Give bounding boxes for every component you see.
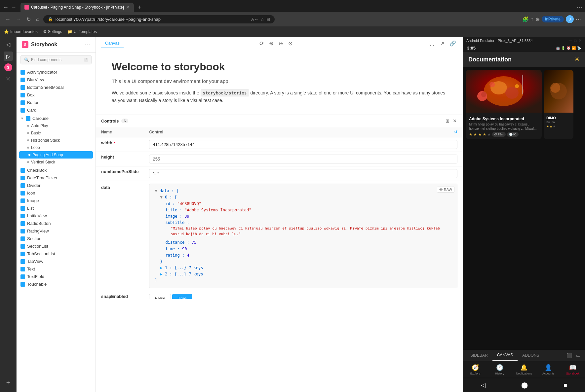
panel-contract-icon[interactable]: ▭ <box>574 351 582 360</box>
browser-forward-btn[interactable]: → <box>11 4 17 11</box>
sidebar-item-ratingview[interactable]: RatingView <box>17 227 96 235</box>
link-icon[interactable]: 🔗 <box>448 39 457 48</box>
new-tab-btn[interactable]: + <box>135 4 144 11</box>
sync-icon[interactable]: ⟳ <box>258 39 265 48</box>
forward-btn[interactable]: → <box>15 15 22 23</box>
search-input[interactable]: 🔍 Find components / <box>20 55 92 64</box>
fav-import[interactable]: ⭐ Import favorites <box>4 29 38 34</box>
snapenabled-true-btn[interactable]: True <box>172 294 192 299</box>
sidebar-item-sectionlist[interactable]: SectionList <box>17 242 96 250</box>
snapenabled-false-btn[interactable]: False <box>149 294 171 299</box>
sidebar-item-tabview[interactable]: TabView <box>17 258 96 265</box>
fullscreen-icon[interactable]: ⛶ <box>428 39 436 48</box>
sidebar-item-loop[interactable]: Loop <box>17 144 96 151</box>
tab-explore[interactable]: 🧭 Explore <box>463 361 488 378</box>
sidebar-expand-btn[interactable]: ▷ <box>4 52 13 61</box>
control-height-input[interactable] <box>149 155 457 163</box>
collections-icon[interactable]: ⊕ <box>535 16 540 22</box>
em-close-btn[interactable]: ✕ <box>578 38 582 43</box>
panel-tab-canvas[interactable]: CANVAS <box>492 350 518 361</box>
sidebar-item-horizontalstack[interactable]: Horizontal Stack <box>17 137 96 144</box>
raw-btn[interactable]: 👁 RAW <box>437 187 454 193</box>
reading-list-icon[interactable]: ⊞ <box>266 17 270 22</box>
android-home-btn[interactable]: ⬤ <box>521 381 528 389</box>
zoom-reset-icon[interactable]: ⊙ <box>287 39 294 48</box>
browser-back-btn[interactable]: ← <box>3 4 9 11</box>
sidebar-item-verticalstack[interactable]: Vertical Stack <box>17 159 96 166</box>
em-min-btn[interactable]: ─ <box>569 38 572 43</box>
sidebar-item-bottomsheetmodal[interactable]: BottomSheetModal <box>17 84 96 91</box>
collapse-icon[interactable]: ▼ <box>155 189 157 193</box>
browser-settings-icon[interactable]: ⋯ <box>576 16 581 22</box>
control-width-input[interactable] <box>149 140 457 149</box>
sidebar-item-radiobutton[interactable]: RadioButton <box>17 220 96 227</box>
sidebar-item-divider[interactable]: Divider <box>17 182 96 189</box>
expand-icon[interactable]: ▶ <box>160 266 162 270</box>
home-btn[interactable]: ⌂ <box>35 15 41 23</box>
em-max-btn[interactable]: □ <box>574 38 576 43</box>
address-bar[interactable]: 🔒 localhost:7007/?path=/story/carousel--… <box>43 15 275 23</box>
inprivate-btn[interactable]: InPrivate <box>542 16 564 22</box>
fav-settings[interactable]: ⚙ Settings <box>43 29 62 34</box>
new-item-btn[interactable]: + <box>6 379 10 387</box>
external-link-icon[interactable]: ↗ <box>439 39 446 48</box>
sidebar-item-textfield[interactable]: TextField <box>17 273 96 280</box>
zoom-in-icon[interactable]: ⊕ <box>268 39 275 48</box>
sidebar-item-tabsectionlist[interactable]: TabSectionList <box>17 250 96 258</box>
sidebar-item-section[interactable]: Section <box>17 235 96 242</box>
sidebar-item-card[interactable]: Card <box>17 106 96 114</box>
panel-tab-addons[interactable]: ADDONS <box>518 350 544 360</box>
sidebar-item-box[interactable]: Box <box>17 91 96 99</box>
panel-tab-sidebar[interactable]: SIDEBAR <box>466 350 492 360</box>
android-back-btn[interactable]: ◁ <box>481 381 486 389</box>
sidebar-group-carousel-header[interactable]: ▼ Carousel <box>17 115 96 122</box>
control-numitemsperslide-input[interactable] <box>149 169 457 178</box>
tab-canvas[interactable]: Canvas <box>101 39 124 48</box>
sun-icon[interactable]: ☀ <box>574 56 580 63</box>
back-btn[interactable]: ← <box>4 15 12 23</box>
sb-close-btn[interactable]: ✕ <box>4 74 12 84</box>
profile-avatar[interactable]: J <box>566 15 574 23</box>
share-icon[interactable]: ↑ <box>531 16 533 22</box>
tab-accounts[interactable]: 👤 Accounts <box>536 361 561 378</box>
sidebar-item-icon[interactable]: Icon <box>17 189 96 197</box>
tab-history[interactable]: 🕐 History <box>488 361 512 378</box>
sidebar-item-blurview[interactable]: BlurView <box>17 76 96 84</box>
refresh-btn[interactable]: ↻ <box>25 15 32 24</box>
browser-more-btn[interactable]: ⋯ <box>576 4 582 11</box>
sidebar-item-touchable[interactable]: Touchable <box>17 280 96 288</box>
component-icon <box>20 244 25 249</box>
canvas-scroll-area[interactable]: Welcome to storybook This is a UI compon… <box>96 50 463 392</box>
sb-more-btn[interactable]: ⋯ <box>84 41 90 48</box>
sidebar-item-lottieview[interactable]: LottieView <box>17 212 96 220</box>
controls-scroll[interactable]: Name Control ↺ <box>96 127 463 299</box>
translate-icon[interactable]: A↔ <box>251 17 258 22</box>
component-icon <box>20 70 25 75</box>
extensions-icon[interactable]: 🧩 <box>522 16 529 22</box>
grid-view-icon[interactable]: ⊞ <box>445 118 450 124</box>
sidebar-item-text[interactable]: Text <box>17 265 96 273</box>
panel-expand-icon[interactable]: ⬛ <box>565 351 574 360</box>
sidebar-item-datetimepicker[interactable]: DateTimePicker <box>17 174 96 182</box>
sidebar-item-image[interactable]: Image <box>17 197 96 204</box>
sidebar-item-basic[interactable]: Basic <box>17 129 96 137</box>
sidebar-item-list[interactable]: List <box>17 204 96 212</box>
close-controls-icon[interactable]: ✕ <box>452 118 457 124</box>
tab-storybook[interactable]: 📖 Storybook <box>561 361 585 378</box>
browser-tab-active[interactable]: Carousel - Paging And Snap - Storybook -… <box>20 3 134 12</box>
favorites-icon[interactable]: ☆ <box>260 17 264 22</box>
reset-controls-btn[interactable]: ↺ <box>454 130 457 134</box>
sidebar-item-button[interactable]: Button <box>17 99 96 106</box>
android-recents-btn[interactable]: ■ <box>564 382 567 389</box>
tab-close-btn[interactable]: ✕ <box>126 5 130 10</box>
collapse-icon[interactable]: ▼ <box>160 195 162 199</box>
sidebar-item-autoplay[interactable]: Auto Play <box>17 122 96 129</box>
expand-icon[interactable]: ▶ <box>160 272 162 276</box>
sidebar-collapse-btn[interactable]: ◁ <box>4 40 13 49</box>
sidebar-item-activityindicator[interactable]: ActivityIndicator <box>17 68 96 76</box>
zoom-out-icon[interactable]: ⊖ <box>277 39 284 48</box>
sidebar-item-checkbox[interactable]: CheckBox <box>17 166 96 174</box>
fav-ui-templates[interactable]: 📁 UI Templates <box>67 29 97 34</box>
tab-notifications[interactable]: 🔔 Notifications <box>512 361 536 378</box>
sidebar-item-pagingandsnap[interactable]: Paging And Snap <box>19 151 93 159</box>
